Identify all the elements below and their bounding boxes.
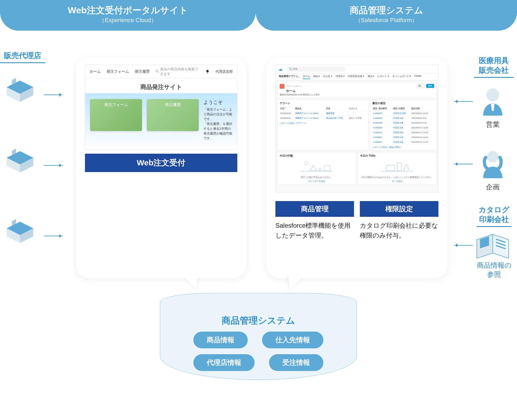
portal-title: 商品発注サイト (85, 78, 237, 93)
sf-tab-bar: 商品管理アプリ (… ホーム 商品 ▾ 仕入先 ▾ 代理店 ▾ 代理店担当者 ▾… (276, 74, 438, 80)
sf-todo-empty: 今日が期限のものはありません。しばらくしてから再度確認してください。 (360, 176, 434, 179)
label-dealer: 販売代理店 (0, 51, 45, 63)
person-planning-icon (477, 148, 509, 180)
svg-line-13 (158, 72, 158, 73)
bell-icon[interactable] (205, 70, 210, 74)
sf-dash-label: ダッシュボード (287, 85, 302, 87)
sf-alert-foot[interactable]: レポートの表示（アラート） (280, 122, 366, 125)
sf-todo-link[interactable]: すべて表示 (360, 180, 434, 183)
chip-dealer-info: 代理店情報 (193, 354, 255, 371)
table-row[interactable]: H-000001代理店 A支2023/02/10 13:19 (372, 140, 434, 145)
sf-btn-refresh[interactable]: 更新 (426, 84, 434, 88)
sf-panel-events: 今日の行動 本日この後の予定はありません。 カレンダーを表示 (277, 152, 356, 185)
arrow-catalog (454, 245, 473, 246)
header-right: 商品管理システム （Salesforce Platform） (256, 0, 517, 31)
card-order-form[interactable]: 発注フォーム (90, 99, 142, 131)
table-row[interactable]: H-000007代理店太太郎2023/03/01 10:28 (372, 111, 434, 116)
sf-tab-dealer-contacts[interactable]: 代理店担当者 ▾ (348, 75, 364, 79)
sf-app-name: 商品管理アプリ (… (279, 75, 300, 79)
sf-recent-foot[interactable]: レポートの表示（最近の発注） (372, 146, 434, 149)
table-row[interactable]: H-000004代理店 B支2023/02/22 13:34 (372, 125, 434, 130)
sf-tab-home[interactable]: ホーム (303, 75, 310, 79)
svg-point-14 (207, 72, 208, 73)
store-icon (4, 216, 36, 244)
portal-welcome: ようこそ 「発注フォーム」より商品の注文が可能です。 「発注履歴」を選択すると過… (203, 99, 232, 141)
table-row[interactable]: H-000006代理店 A支2023/03/01 9:51 (372, 116, 434, 121)
band-product-mgmt: 商品管理 (275, 201, 354, 217)
sf-panel-alerts: アラート 日付 ↑ 商品名 件名 コメント 2023/03/18消毒用アルコール… (277, 100, 368, 150)
sf-tab-products[interactable]: 商品 ▾ (313, 75, 320, 79)
bubble-management: ☁ 🔍 検索... 商品管理アプリ (… ホーム 商品 ▾ 仕入先 ▾ 代理店 … (266, 57, 447, 278)
sub-sales: 営業 (479, 120, 506, 129)
table-row[interactable]: H-000003代理店 B支2023/02/17 14:10 (372, 130, 434, 135)
header-left-title: Web注文受付ポータルサイト (68, 5, 188, 16)
table-row[interactable]: H-000005代理店 A支2023/02/24 9:53 (372, 121, 434, 125)
sf-dash-title: ホーム (286, 89, 296, 93)
sf-btn-open[interactable]: 開く (417, 84, 425, 88)
arrow-dealer-1 (44, 95, 63, 95)
welcome-heading: ようこそ (203, 99, 232, 105)
header-left: Web注文受付ポータルサイト （Experience Cloud） (0, 0, 256, 31)
band-web-order: Web注文受付 (85, 154, 237, 172)
svg-rect-16 (324, 166, 330, 171)
portal-nav-order-history[interactable]: 発注履歴 (135, 69, 150, 74)
sf-events-link[interactable]: カレンダーを表示 (280, 180, 354, 183)
sf-tab-reports[interactable]: レポート ▾ (377, 75, 389, 79)
table-row[interactable]: 2023/03/31消毒用アルコール 200ml商品販売終了予定値引いて予定 (280, 116, 366, 121)
sf-panel-todo: 今日の ToDo 今日が期限のものはありません。しばらくしてから再度確認してくだ… (358, 152, 437, 185)
header-right-sub: （Salesforce Platform） (355, 16, 418, 24)
svg-rect-18 (386, 165, 394, 171)
band-permission: 権限設定 (360, 201, 438, 217)
search-icon (156, 70, 158, 74)
sf-alert-table: 日付 ↑ 商品名 件名 コメント 2023/03/18消毒用アルコール 200m… (280, 106, 366, 121)
store-icon (4, 75, 36, 103)
header-right-title: 商品管理システム (350, 5, 423, 16)
dashboard-icon (280, 84, 284, 89)
sf-panel-recent: 最近の発注 発注: 発注番号発注: 代理店発注日時 H-000007代理店太太郎… (370, 100, 437, 150)
header-left-sub: （Experience Cloud） (99, 16, 157, 24)
arrow-dealer-2 (44, 165, 63, 166)
database-cylinder: 商品管理システム 商品情報 仕入先情報 代理店情報 受注情報 (160, 293, 357, 380)
db-title: 商品管理システム (172, 315, 345, 327)
svg-point-21 (486, 88, 499, 101)
svg-point-15 (304, 162, 308, 165)
sf-dashboard-header: 開く 更新 ダッシュボード ホーム 最終日:2023/03/03 0:04 現在… (277, 82, 437, 98)
desc-permission: カタログ印刷会社に必要な権限のみ付与。 (360, 221, 438, 240)
arrow-sales (454, 101, 473, 102)
person-sales-icon (477, 85, 509, 117)
illustration-empty-icon (360, 159, 434, 175)
card-order-history[interactable]: 発注履歴 (147, 99, 199, 131)
sf-tab-dealers[interactable]: 代理店 ▾ (336, 75, 345, 79)
label-catalog-printer: カタログ 印刷会社 (477, 205, 511, 227)
arrow-planning (454, 164, 473, 164)
sub-catalog: 商品情報の 参照 (471, 261, 517, 279)
sf-alert-title: アラート (280, 101, 366, 105)
salesforce-mock: ☁ 🔍 検索... 商品管理アプリ (… ホーム 商品 ▾ 仕入先 ▾ 代理店 … (275, 65, 438, 193)
portal-mock: ホーム 発注フォーム 発注履歴 過去の発注内容を検索できます 代理店支部 商品発… (85, 65, 237, 149)
sf-recent-title: 最近の発注 (372, 101, 434, 105)
arrow-dealer-3 (44, 236, 63, 236)
store-icon (4, 145, 36, 173)
portal-user[interactable]: 代理店支部 (215, 69, 233, 74)
sf-tab-dashboards[interactable]: ダッシュボード ▾ (392, 75, 411, 79)
table-row[interactable]: 2023/03/18消毒用アルコール 200ml価格変更 (280, 111, 366, 116)
portal-search[interactable]: 過去の発注内容を検索できます (156, 67, 200, 76)
sf-events-empty: 本日この後の予定はありません。 (280, 176, 354, 179)
sf-tab-chatter[interactable]: Chatte (414, 75, 421, 79)
chip-order-info: 受注情報 (269, 354, 323, 371)
bubble-portal: ホーム 発注フォーム 発注履歴 過去の発注内容を検索できます 代理店支部 商品発… (76, 57, 246, 278)
sf-dash-meta: 最終日:2023/03/03 0:04 現在者として表示 (280, 93, 320, 96)
welcome-text: 「発注フォーム」より商品の注文が可能です。 「発注履歴」を選択すると過去1年間の… (203, 107, 232, 141)
portal-nav-order-form[interactable]: 発注フォーム (107, 69, 129, 74)
portal-nav-home[interactable]: ホーム (89, 69, 101, 74)
chip-product-info: 商品情報 (193, 332, 248, 348)
sf-search[interactable]: 🔍 検索... (287, 67, 345, 72)
label-medical-sales: 医療用具 販売会社 (474, 56, 514, 78)
sf-tab-suppliers[interactable]: 仕入先 ▾ (323, 75, 332, 79)
sf-todo-title: 今日の ToDo (360, 154, 434, 158)
sf-events-title: 今日の行動 (280, 154, 354, 158)
desc-product-mgmt: Salesforce標準機能を使用したデータ管理。 (275, 221, 354, 240)
sf-tab-orders[interactable]: 発注 ▾ (368, 75, 374, 79)
table-row[interactable]: H-000002代理店 A支2023/02/16 14:24 (372, 135, 434, 140)
svg-marker-25 (493, 234, 509, 258)
